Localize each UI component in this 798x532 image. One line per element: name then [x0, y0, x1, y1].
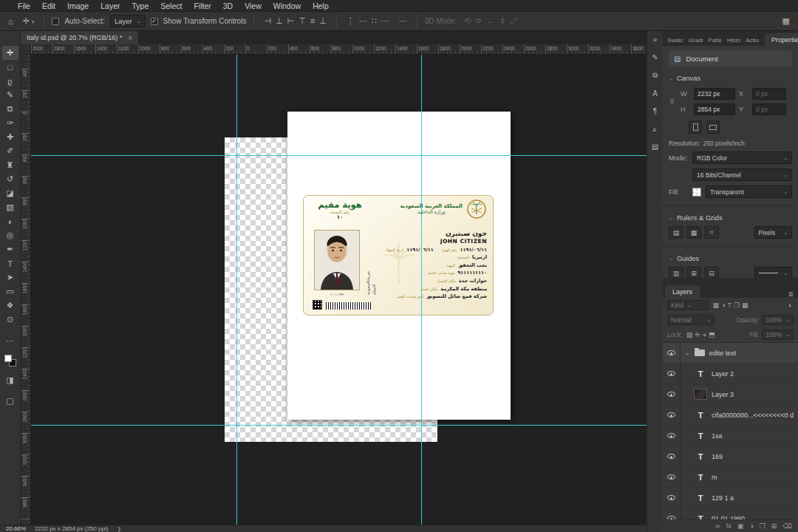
new-group-icon[interactable]: ❐: [760, 522, 765, 530]
eraser-tool[interactable]: ◪: [2, 186, 18, 200]
layer-visibility-toggle[interactable]: [663, 364, 681, 383]
lasso-tool[interactable]: ϱ: [2, 74, 18, 88]
tab-swatches[interactable]: Swatc: [665, 35, 686, 46]
lock-guides-icon[interactable]: ⊞: [686, 267, 701, 278]
layer-visibility-toggle[interactable]: [663, 426, 681, 446]
auto-select-checkbox[interactable]: [52, 18, 59, 25]
guide-style-dropdown[interactable]: ⌄: [754, 267, 793, 278]
hand-tool[interactable]: ❖: [2, 299, 18, 313]
zoom-level-field[interactable]: 20.66%: [6, 525, 26, 532]
close-tab-icon[interactable]: ×: [128, 34, 132, 42]
layer-row[interactable]: T169: [663, 446, 798, 467]
clone-source-panel-icon[interactable]: ⧉: [652, 71, 658, 80]
more-align-options-icon[interactable]: ⋯: [379, 16, 392, 26]
zoom-tool[interactable]: ⊙: [2, 313, 18, 327]
distribute-spacing-icon[interactable]: ∷: [369, 16, 379, 26]
delete-layer-icon[interactable]: ⌫: [782, 522, 792, 530]
document-tab[interactable]: Italy id.psd @ 20.7% (RGB/16) * ×: [21, 31, 139, 44]
menu-help[interactable]: Help: [307, 1, 335, 10]
menu-3d[interactable]: 3D: [217, 1, 239, 10]
distribute-vertical-icon[interactable]: ⋯: [357, 16, 369, 26]
bit-depth-dropdown[interactable]: 16 Bits/Channel⌄: [692, 168, 792, 181]
layer-visibility-toggle[interactable]: [663, 405, 681, 425]
quick-mask-icon[interactable]: ◨: [2, 373, 18, 387]
rectangle-tool[interactable]: ▭: [2, 284, 18, 299]
align-left-edges-icon[interactable]: ⊣: [262, 16, 273, 26]
tab-actions[interactable]: Actio: [743, 35, 761, 46]
3d-scale-icon[interactable]: ⤢: [508, 16, 519, 26]
menu-layer[interactable]: Layer: [95, 1, 126, 10]
layer-visibility-toggle[interactable]: [663, 384, 681, 404]
opacity-dropdown[interactable]: 100%⌄: [762, 315, 794, 325]
portrait-orientation-button[interactable]: [689, 120, 702, 134]
clone-stamp-tool[interactable]: ♜: [2, 158, 18, 172]
layer-row[interactable]: Layer 3: [663, 384, 798, 405]
layer-row[interactable]: ⌄edite text: [663, 343, 798, 364]
3d-rotate-icon[interactable]: ⟲: [462, 16, 473, 26]
status-options-icon[interactable]: ❯: [117, 526, 121, 532]
canvas-area[interactable]: هوية مقيم رقم النسخة ١٠ المملكة العربية …: [31, 55, 647, 525]
tab-gradients[interactable]: Gradi: [686, 35, 706, 46]
layer-visibility-toggle[interactable]: [663, 488, 681, 508]
menu-filter[interactable]: Filter: [188, 1, 216, 10]
snap-icon[interactable]: ⌗: [704, 226, 719, 239]
layer-row[interactable]: Tm: [663, 467, 798, 488]
ruler-origin-corner[interactable]: [21, 44, 31, 55]
color-mode-dropdown[interactable]: RGB Color⌄: [692, 151, 792, 164]
libraries-panel-icon[interactable]: ▤: [652, 143, 658, 151]
horizontal-type-tool[interactable]: T: [2, 256, 18, 270]
screen-mode-icon[interactable]: ▢: [2, 394, 18, 408]
new-guide-layout-icon[interactable]: ▥: [669, 267, 683, 278]
pen-tool[interactable]: ✒: [2, 242, 18, 256]
brush-tool[interactable]: ✐: [2, 144, 18, 158]
layer-visibility-toggle[interactable]: [663, 343, 681, 363]
align-top-edges-icon[interactable]: ⊤: [296, 16, 308, 26]
edit-toolbar-icon[interactable]: ⋯: [2, 334, 18, 348]
landscape-orientation-button[interactable]: [706, 120, 720, 134]
fill-dropdown[interactable]: 100%⌄: [762, 330, 794, 340]
home-icon[interactable]: ⌂: [6, 16, 16, 27]
fill-swatch[interactable]: [692, 188, 701, 197]
horizontal-guide[interactable]: [31, 155, 647, 156]
workspace-switcher-icon[interactable]: ▦: [780, 16, 792, 27]
expand-panels-icon[interactable]: »: [653, 35, 658, 44]
paragraph-panel-icon[interactable]: ¶: [653, 107, 657, 115]
glyphs-panel-icon[interactable]: ﻋ: [653, 125, 658, 133]
rectangular-marquee-tool[interactable]: □: [2, 60, 18, 74]
units-dropdown[interactable]: Pixels⌄: [754, 226, 793, 239]
lock-transparent-pixels-icon[interactable]: ▨: [685, 331, 694, 338]
group-expand-icon[interactable]: ⌄: [685, 349, 690, 356]
canvas-width-field[interactable]: 2232 px: [694, 88, 735, 100]
blur-tool[interactable]: ◗: [2, 214, 18, 228]
distribute-horizontal-icon[interactable]: ⋮: [344, 16, 357, 26]
lock-image-pixels-icon[interactable]: ✛: [694, 331, 702, 338]
foreground-background-colors[interactable]: [4, 355, 16, 366]
path-selection-tool[interactable]: ➤: [2, 270, 18, 284]
horizontal-guide[interactable]: [31, 425, 647, 426]
layer-visibility-toggle[interactable]: [663, 446, 681, 466]
dodge-tool[interactable]: ◎: [2, 228, 18, 242]
3d-roll-icon[interactable]: ⟳: [473, 16, 484, 26]
toggle-grid-icon[interactable]: ▦: [686, 226, 701, 239]
menu-edit[interactable]: Edit: [36, 1, 61, 10]
menu-file[interactable]: File: [12, 1, 36, 10]
vertical-guide[interactable]: [236, 55, 237, 525]
canvas-section-header[interactable]: ⌄Canvas: [669, 74, 792, 82]
menu-window[interactable]: Window: [267, 1, 307, 10]
layer-row[interactable]: T129 1 a: [663, 488, 798, 508]
clear-guides-icon[interactable]: ⊟: [704, 267, 719, 278]
menu-image[interactable]: Image: [61, 1, 95, 10]
more-options-icon[interactable]: ⋯: [397, 16, 409, 27]
filter-pixel-layers-icon[interactable]: ▦: [712, 301, 720, 309]
layer-row[interactable]: T1sa: [663, 426, 798, 446]
layer-style-icon[interactable]: fx: [726, 522, 732, 530]
brush-settings-panel-icon[interactable]: ✎: [652, 53, 658, 61]
vertical-ruler[interactable]: 4002000200400600800100012001400160018002…: [21, 55, 31, 525]
tab-layers[interactable]: Layers: [665, 285, 700, 298]
link-dimensions-icon[interactable]: 8: [670, 98, 677, 105]
new-adjustment-layer-icon[interactable]: ◑: [749, 522, 753, 530]
move-tool-preset-icon[interactable]: ✛ ▾: [21, 16, 37, 27]
layer-filter-kind-dropdown[interactable]: Kind⌄: [667, 300, 709, 310]
lock-all-icon[interactable]: ⬒: [707, 331, 716, 338]
layer-visibility-toggle[interactable]: [663, 467, 681, 487]
